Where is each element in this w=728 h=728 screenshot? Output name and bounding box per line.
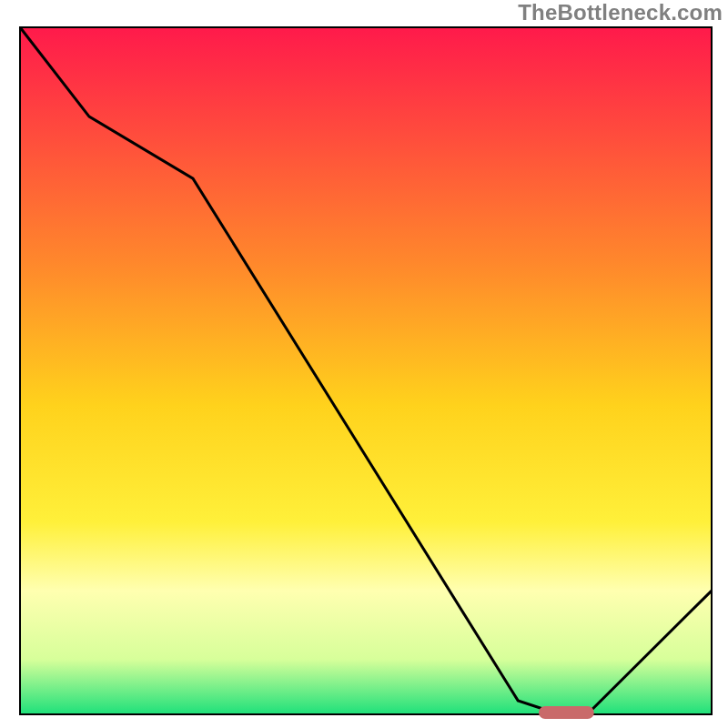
gradient-background — [20, 27, 712, 714]
bottleneck-chart — [0, 0, 728, 728]
attribution-label: TheBottleneck.com — [518, 0, 723, 25]
optimal-range-marker — [539, 706, 594, 719]
chart-container: TheBottleneck.com — [0, 0, 728, 728]
